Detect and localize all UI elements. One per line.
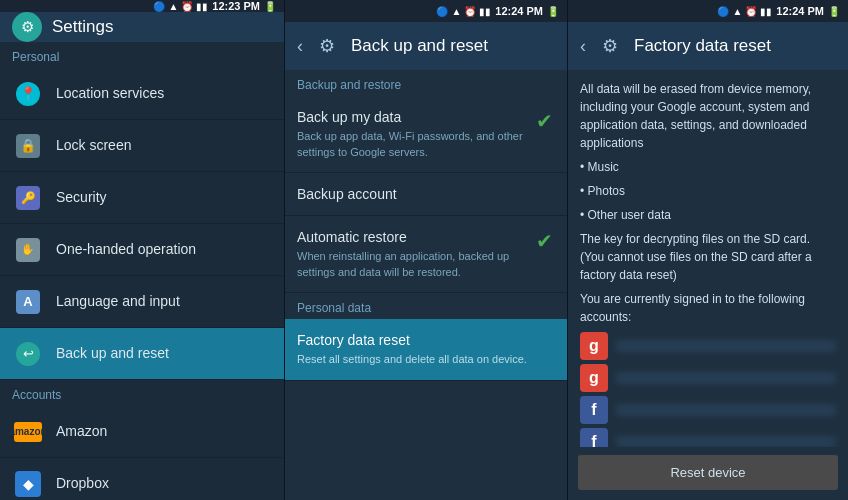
signal-icon: ▮▮: [196, 1, 208, 12]
dropbox-icon: ◆: [15, 471, 41, 497]
factory-reset-content: All data will be erased from device memo…: [568, 70, 848, 447]
accounts-section-label: Accounts: [0, 380, 284, 406]
sd-card-text: The key for decrypting files on the SD c…: [580, 230, 836, 284]
status-icons-left: 🔵 ▲ ⏰ ▮▮: [153, 1, 208, 12]
account-email-3: [616, 436, 836, 447]
amazon-icon-wrap: amazon: [12, 416, 44, 448]
status-time-mid: 12:24 PM: [495, 5, 543, 17]
alarm-icon: ⏰: [181, 1, 193, 12]
wifi-icon: ▲: [168, 1, 178, 12]
account-row-0: g: [580, 332, 836, 360]
lock-icon-wrap: 🔒: [12, 130, 44, 162]
status-time-right: 12:24 PM: [776, 5, 824, 17]
backup-my-data-text: Back up my data Back up app data, Wi-Fi …: [297, 108, 523, 160]
security-item-title: Security: [56, 188, 272, 206]
dropbox-item-text: Dropbox: [56, 474, 272, 492]
checkbox-checked-icon: ✔: [536, 109, 553, 133]
battery-icon-mid: 🔋: [547, 6, 559, 17]
lock-item-title: Lock screen: [56, 136, 272, 154]
gear-icon: ⚙: [21, 18, 34, 36]
location-item-title: Location services: [56, 84, 272, 102]
account-row-2: f: [580, 396, 836, 424]
language-icon: A: [16, 290, 40, 314]
sidebar-item-location[interactable]: 📍 Location services: [0, 68, 284, 120]
language-item-text: Language and input: [56, 292, 272, 310]
backup-account-title: Backup account: [297, 185, 555, 203]
backup-my-data-item[interactable]: Back up my data Back up app data, Wi-Fi …: [285, 96, 567, 173]
reset-device-button[interactable]: Reset device: [578, 455, 838, 490]
factory-reset-header: ‹ ⚙ Factory data reset: [568, 22, 848, 70]
auto-restore-text: Automatic restore When reinstalling an a…: [297, 228, 523, 280]
factory-reset-title: Factory data reset: [297, 331, 555, 349]
data-item-other: • Other user data: [580, 206, 836, 224]
factory-reset-text: Factory data reset Reset all settings an…: [297, 331, 555, 368]
account-email-0: [616, 340, 836, 352]
account-email-2: [616, 404, 836, 416]
bt-icon-right: 🔵: [717, 6, 729, 17]
backup-account-item[interactable]: Backup account: [285, 173, 567, 216]
sidebar-item-onehanded[interactable]: ✋ One-handed operation: [0, 224, 284, 276]
alarm-icon-right: ⏰: [745, 6, 757, 17]
dropbox-item-title: Dropbox: [56, 474, 272, 492]
google-account-icon-0: g: [580, 332, 608, 360]
gear-icon-right: ⚙: [596, 32, 624, 60]
signal-icon-mid: ▮▮: [479, 6, 491, 17]
personal-data-section-label: Personal data: [285, 293, 567, 319]
settings-icon: ⚙: [12, 12, 42, 42]
status-bar-left: 🔵 ▲ ⏰ ▮▮ 12:23 PM 🔋: [0, 0, 284, 12]
amazon-icon: amazon: [14, 422, 42, 442]
sidebar-item-backup[interactable]: ↩ Back up and reset: [0, 328, 284, 380]
language-item-title: Language and input: [56, 292, 272, 310]
lock-icon: 🔒: [16, 134, 40, 158]
auto-restore-checkbox[interactable]: ✔: [533, 230, 555, 252]
account-email-1: [616, 372, 836, 384]
settings-panel: 🔵 ▲ ⏰ ▮▮ 12:23 PM 🔋 ⚙ Settings Personal …: [0, 0, 284, 500]
factory-reset-subtitle: Reset all settings and delete all data o…: [297, 352, 555, 367]
amazon-item-title: Amazon: [56, 422, 272, 440]
accounts-intro-text: You are currently signed in to the follo…: [580, 290, 836, 326]
onehanded-item-text: One-handed operation: [56, 240, 272, 258]
battery-icon-right: 🔋: [828, 6, 840, 17]
back-button-mid[interactable]: ‹: [297, 36, 303, 57]
signal-icon-right: ▮▮: [760, 6, 772, 17]
backup-item-title: Back up and reset: [56, 344, 272, 362]
backup-item-text: Back up and reset: [56, 344, 272, 362]
status-bar-mid: 🔵 ▲ ⏰ ▮▮ 12:24 PM 🔋: [285, 0, 567, 22]
auto-restore-checked-icon: ✔: [536, 229, 553, 253]
sidebar-item-security[interactable]: 🔑 Security: [0, 172, 284, 224]
status-icons-right: 🔵 ▲ ⏰ ▮▮: [717, 6, 772, 17]
sidebar-item-lock[interactable]: 🔒 Lock screen: [0, 120, 284, 172]
onehanded-item-title: One-handed operation: [56, 240, 272, 258]
factory-reset-title-header: Factory data reset: [634, 36, 771, 56]
bt-icon-mid: 🔵: [436, 6, 448, 17]
auto-restore-subtitle: When reinstalling an application, backed…: [297, 249, 523, 280]
alarm-icon-mid: ⏰: [464, 6, 476, 17]
status-icons-mid: 🔵 ▲ ⏰ ▮▮: [436, 6, 491, 17]
location-icon: 📍: [16, 82, 40, 106]
warning-text: All data will be erased from device memo…: [580, 80, 836, 152]
bt-icon: 🔵: [153, 1, 165, 12]
facebook-account-icon-0: f: [580, 396, 608, 424]
security-icon-wrap: 🔑: [12, 182, 44, 214]
account-row-3: f: [580, 428, 836, 447]
factory-reset-item[interactable]: Factory data reset Reset all settings an…: [285, 319, 567, 381]
sidebar-item-amazon[interactable]: amazon Amazon: [0, 406, 284, 458]
auto-restore-title: Automatic restore: [297, 228, 523, 246]
sidebar-item-dropbox[interactable]: ◆ Dropbox: [0, 458, 284, 500]
auto-restore-item[interactable]: Automatic restore When reinstalling an a…: [285, 216, 567, 293]
backup-data-checkbox[interactable]: ✔: [533, 110, 555, 132]
gear-icon-mid: ⚙: [313, 32, 341, 60]
backup-my-data-title: Back up my data: [297, 108, 523, 126]
lock-item-text: Lock screen: [56, 136, 272, 154]
onehanded-icon: ✋: [16, 238, 40, 262]
wifi-icon-mid: ▲: [451, 6, 461, 17]
onehanded-icon-wrap: ✋: [12, 234, 44, 266]
back-button-right[interactable]: ‹: [580, 36, 586, 57]
battery-icon-left: 🔋: [264, 1, 276, 12]
sidebar-item-language[interactable]: A Language and input: [0, 276, 284, 328]
settings-header: ⚙ Settings: [0, 12, 284, 42]
facebook-account-icon-1: f: [580, 428, 608, 447]
amazon-item-text: Amazon: [56, 422, 272, 440]
security-item-text: Security: [56, 188, 272, 206]
backup-restore-section-label: Backup and restore: [285, 70, 567, 96]
